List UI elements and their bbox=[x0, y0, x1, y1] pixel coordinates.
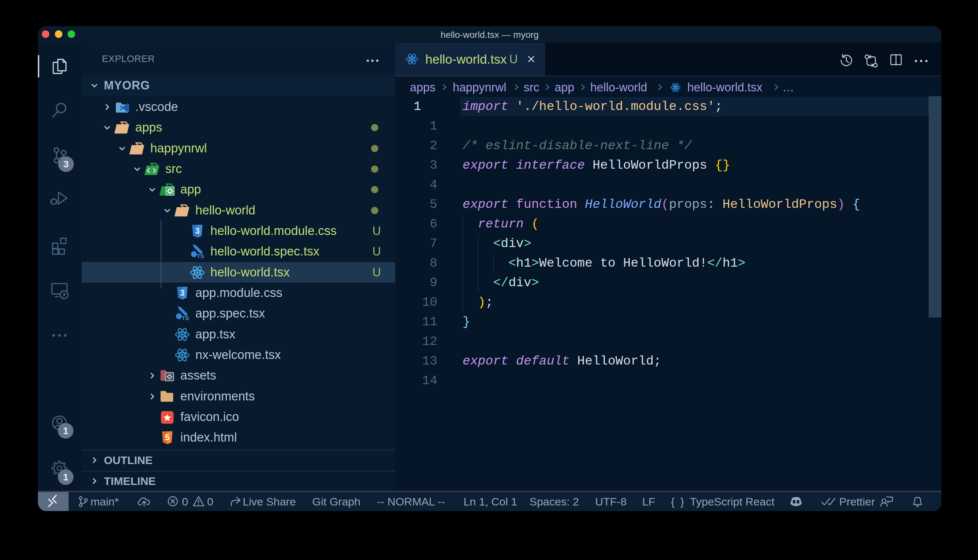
svg-text:5: 5 bbox=[165, 433, 169, 442]
svg-text:3: 3 bbox=[180, 288, 185, 297]
svg-text:3: 3 bbox=[195, 226, 200, 235]
svg-text:TS: TS bbox=[182, 315, 189, 322]
svg-text:TS: TS bbox=[197, 253, 204, 260]
